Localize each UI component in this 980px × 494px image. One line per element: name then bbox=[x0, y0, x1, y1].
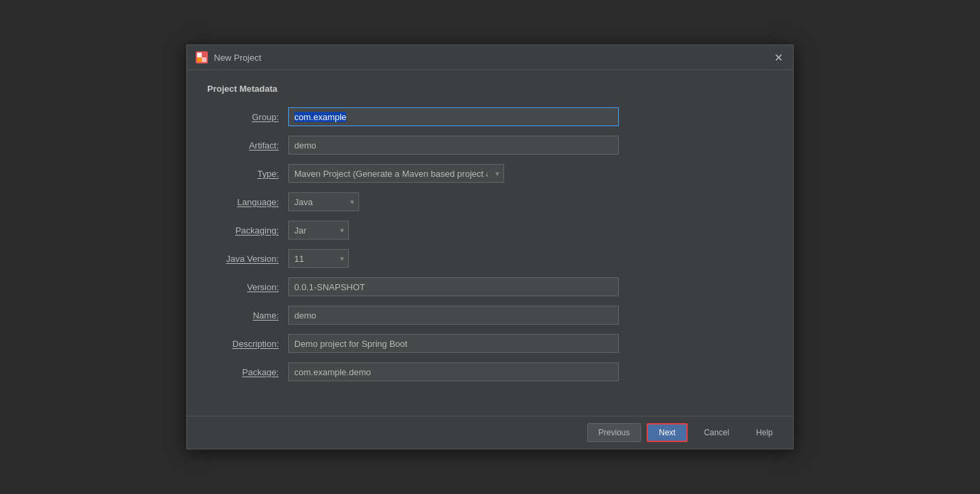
title-bar-left: New Project bbox=[195, 51, 261, 64]
artifact-row: Artifact: bbox=[207, 136, 773, 155]
name-label: Name: bbox=[207, 310, 288, 321]
previous-button[interactable]: Previous bbox=[587, 423, 642, 442]
package-row: Package: bbox=[207, 362, 773, 381]
group-row: Group: bbox=[207, 107, 773, 126]
language-label-text: Language: bbox=[238, 197, 279, 207]
group-label: Group: bbox=[207, 112, 288, 122]
dialog-footer: Previous Next Cancel Help bbox=[187, 416, 793, 449]
app-icon bbox=[195, 51, 209, 64]
type-label-text: Type: bbox=[257, 169, 279, 179]
dialog-title: New Project bbox=[214, 53, 261, 63]
artifact-input[interactable] bbox=[288, 136, 619, 155]
close-button[interactable]: ✕ bbox=[771, 51, 785, 64]
version-label: Version: bbox=[207, 282, 288, 292]
cancel-button[interactable]: Cancel bbox=[693, 423, 740, 442]
language-select-wrapper: Java Kotlin Groovy bbox=[288, 192, 359, 211]
description-row: Description: bbox=[207, 334, 773, 353]
group-input[interactable] bbox=[288, 107, 619, 126]
version-label-text: Version: bbox=[247, 282, 279, 292]
description-label: Description: bbox=[207, 339, 288, 349]
package-label-text: Package: bbox=[242, 367, 279, 377]
type-select[interactable]: Maven Project (Generate a Maven based pr… bbox=[288, 164, 504, 183]
type-select-wrapper: Maven Project (Generate a Maven based pr… bbox=[288, 164, 504, 183]
type-row: Type: Maven Project (Generate a Maven ba… bbox=[207, 164, 773, 183]
type-label: Type: bbox=[207, 169, 288, 179]
help-button[interactable]: Help bbox=[745, 423, 784, 442]
packaging-row: Packaging: Jar War bbox=[207, 221, 773, 240]
new-project-dialog: New Project ✕ Project Metadata Group: Ar… bbox=[186, 45, 794, 449]
dialog-body: Project Metadata Group: Artifact: Type: … bbox=[187, 70, 793, 416]
java-version-label-text: Java Version: bbox=[226, 254, 279, 264]
java-version-row: Java Version: 8 11 17 21 bbox=[207, 249, 773, 268]
package-label: Package: bbox=[207, 367, 288, 377]
description-label-text: Description: bbox=[232, 339, 279, 349]
language-row: Language: Java Kotlin Groovy bbox=[207, 192, 773, 211]
name-label-text: Name: bbox=[253, 310, 279, 321]
next-button[interactable]: Next bbox=[647, 423, 688, 442]
language-select[interactable]: Java Kotlin Groovy bbox=[288, 192, 359, 211]
version-row: Version: bbox=[207, 277, 773, 296]
artifact-label: Artifact: bbox=[207, 140, 288, 150]
package-input[interactable] bbox=[288, 362, 619, 381]
java-version-label: Java Version: bbox=[207, 254, 288, 264]
name-input[interactable] bbox=[288, 306, 619, 325]
section-title: Project Metadata bbox=[207, 84, 773, 94]
title-bar: New Project ✕ bbox=[187, 45, 793, 70]
svg-rect-1 bbox=[197, 53, 202, 57]
group-label-text: Group: bbox=[252, 112, 279, 122]
java-version-select[interactable]: 8 11 17 21 bbox=[288, 249, 349, 268]
svg-rect-3 bbox=[197, 57, 202, 62]
packaging-select[interactable]: Jar War bbox=[288, 221, 349, 240]
artifact-label-text: Artifact: bbox=[249, 140, 279, 150]
java-version-select-wrapper: 8 11 17 21 bbox=[288, 249, 349, 268]
name-row: Name: bbox=[207, 306, 773, 325]
packaging-label: Packaging: bbox=[207, 225, 288, 236]
language-label: Language: bbox=[207, 197, 288, 207]
svg-rect-2 bbox=[202, 57, 207, 62]
description-input[interactable] bbox=[288, 334, 619, 353]
packaging-label-text: Packaging: bbox=[236, 225, 279, 236]
version-input[interactable] bbox=[288, 277, 619, 296]
packaging-select-wrapper: Jar War bbox=[288, 221, 349, 240]
